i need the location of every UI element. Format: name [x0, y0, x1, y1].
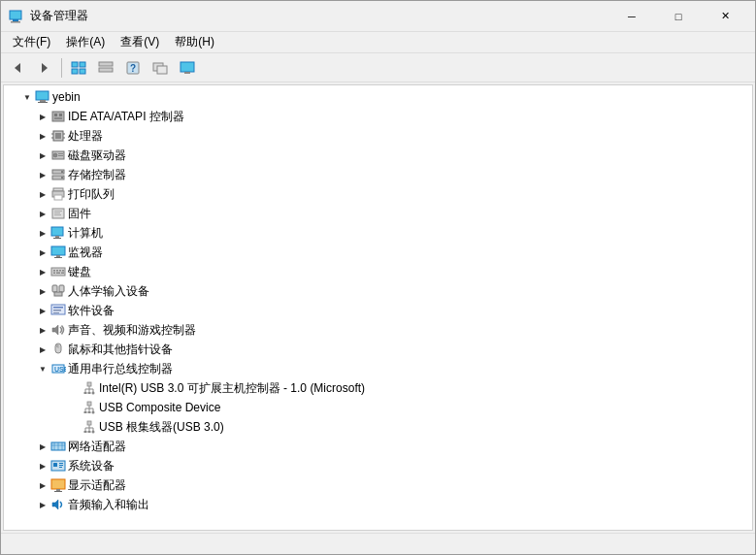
tree-item-hid[interactable]: ▶ 人体学输入设备: [4, 281, 752, 301]
toolbar-btn-help[interactable]: ?: [120, 56, 146, 80]
svg-rect-23: [54, 117, 62, 119]
svg-marker-4: [42, 63, 48, 73]
toolbar: ?: [1, 53, 755, 82]
tree-root-yebin[interactable]: ▼ yebin: [4, 87, 752, 107]
tree-item-system[interactable]: ▶ 系统设备: [4, 456, 752, 475]
tree-item-mouse[interactable]: ▶ 鼠标和其他指针设备: [4, 340, 752, 359]
toolbar-btn-monitor[interactable]: [175, 56, 200, 80]
print-icon: [50, 186, 66, 202]
expand-display[interactable]: ▶: [35, 477, 50, 493]
disk-icon: [50, 147, 66, 163]
window-title: 设备管理器: [30, 8, 88, 24]
expand-system[interactable]: ▶: [35, 458, 50, 473]
device-manager-window: 设备管理器 ─ □ ✕ 文件(F) 操作(A) 查看(V) 帮助(H): [0, 0, 756, 555]
usb-controller-icon: USB: [50, 361, 66, 376]
expand-usb[interactable]: ▼: [35, 361, 50, 376]
svg-rect-58: [61, 273, 64, 275]
expand-disk[interactable]: ▶: [35, 147, 50, 163]
expand-software[interactable]: ▶: [35, 303, 50, 318]
maximize-button[interactable]: □: [656, 1, 701, 32]
tree-item-sound[interactable]: ▶ 声音、视频和游戏控制器: [4, 320, 752, 340]
expand-firmware[interactable]: ▶: [35, 206, 50, 221]
svg-rect-60: [59, 285, 64, 292]
svg-rect-106: [59, 463, 63, 464]
tree-item-keyboard[interactable]: ▶ 键盘: [4, 262, 752, 281]
firmware-icon: [50, 206, 66, 221]
expand-ide[interactable]: ▶: [35, 109, 50, 124]
svg-rect-81: [87, 402, 91, 406]
back-button[interactable]: [5, 56, 30, 80]
expand-hid[interactable]: ▶: [35, 283, 50, 299]
tree-item-display[interactable]: ▶ 显示适配器: [4, 475, 752, 495]
svg-marker-112: [52, 500, 58, 509]
expand-computer[interactable]: ▶: [35, 225, 50, 241]
cpu-icon: [50, 128, 66, 144]
expand-usb-composite: ▶: [66, 400, 82, 415]
tree-item-usb[interactable]: ▼ USB 通用串行总线控制器: [4, 359, 752, 378]
expand-print[interactable]: ▶: [35, 186, 50, 202]
tree-item-usb-hub[interactable]: ▶ USB 根集线器(USB 3.0): [4, 417, 752, 437]
tree-item-storage[interactable]: ▶ 存储控制器: [4, 165, 752, 184]
svg-rect-49: [56, 255, 60, 257]
tree-item-network[interactable]: ▶ 网络适配器: [4, 437, 752, 456]
svg-rect-63: [53, 307, 63, 309]
tree-item-usb-intel[interactable]: ▶ Intel(R) USB 3.0 可扩展主机控制: [4, 378, 752, 398]
tree-item-audio[interactable]: ▶ 音频输入和输出: [4, 495, 752, 514]
svg-rect-8: [80, 69, 85, 74]
svg-rect-40: [54, 195, 62, 200]
forward-button[interactable]: [32, 56, 57, 80]
menu-action[interactable]: 操作(A): [58, 32, 113, 52]
svg-rect-97: [88, 431, 91, 433]
svg-rect-45: [51, 227, 63, 236]
app-icon: [9, 9, 24, 24]
toolbar-sep-1: [61, 58, 62, 78]
close-button[interactable]: ✕: [703, 1, 747, 32]
svg-rect-19: [38, 102, 48, 103]
device-tree[interactable]: ▼ yebin ▶: [3, 84, 753, 531]
tree-item-disk[interactable]: ▶ 磁盘驱动器: [4, 146, 752, 165]
tree-item-firmware[interactable]: ▶ 固件: [4, 204, 752, 223]
menu-bar: 文件(F) 操作(A) 查看(V) 帮助(H): [1, 32, 755, 53]
toolbar-btn-3[interactable]: [148, 56, 173, 80]
svg-rect-43: [54, 212, 60, 213]
usb-device-icon-1: [82, 380, 97, 396]
expand-storage[interactable]: ▶: [35, 167, 50, 182]
toolbar-btn-2[interactable]: [93, 56, 118, 80]
content-area: ▼ yebin ▶: [1, 82, 755, 533]
tree-audio-label: 音频输入和输出: [68, 497, 149, 513]
svg-rect-18: [40, 100, 46, 102]
svg-rect-22: [59, 114, 62, 116]
minimize-button[interactable]: ─: [609, 1, 654, 32]
expand-monitor[interactable]: ▶: [35, 245, 50, 260]
expand-network[interactable]: ▶: [35, 439, 50, 454]
tree-item-software[interactable]: ▶ 软件设备: [4, 301, 752, 320]
svg-rect-1: [13, 19, 18, 21]
tree-item-ide[interactable]: ▶ IDE ATA/ATAPI 控制器: [4, 107, 752, 126]
tree-item-print[interactable]: ▶ 打印队列: [4, 184, 752, 204]
ide-icon: [50, 109, 66, 124]
toolbar-btn-1[interactable]: [66, 56, 91, 80]
tree-item-monitor[interactable]: ▶ 监视器: [4, 243, 752, 262]
svg-rect-17: [36, 91, 49, 100]
expand-cpu[interactable]: ▶: [35, 128, 50, 144]
expand-root[interactable]: ▼: [19, 89, 35, 105]
svg-rect-111: [54, 491, 62, 492]
svg-text:USB: USB: [54, 366, 66, 373]
tree-item-computer[interactable]: ▶ 计算机: [4, 223, 752, 243]
expand-audio[interactable]: ▶: [35, 497, 50, 512]
expand-mouse[interactable]: ▶: [35, 342, 50, 357]
usb-device-icon-2: [82, 400, 97, 415]
menu-file[interactable]: 文件(F): [5, 32, 58, 52]
expand-sound[interactable]: ▶: [35, 322, 50, 338]
expand-keyboard[interactable]: ▶: [35, 264, 50, 279]
svg-rect-79: [88, 392, 91, 394]
tree-system-label: 系统设备: [68, 458, 115, 474]
svg-point-98: [92, 431, 95, 434]
tree-item-usb-composite[interactable]: ▶ USB Composite Device: [4, 398, 752, 417]
tree-disk-label: 磁盘驱动器: [68, 147, 126, 164]
menu-help[interactable]: 帮助(H): [167, 32, 222, 52]
tree-mouse-label: 鼠标和其他指针设备: [68, 342, 173, 358]
tree-cpu-label: 处理器: [68, 128, 103, 145]
menu-view[interactable]: 查看(V): [113, 32, 167, 52]
tree-item-cpu[interactable]: ▶ 处理器: [4, 126, 752, 146]
